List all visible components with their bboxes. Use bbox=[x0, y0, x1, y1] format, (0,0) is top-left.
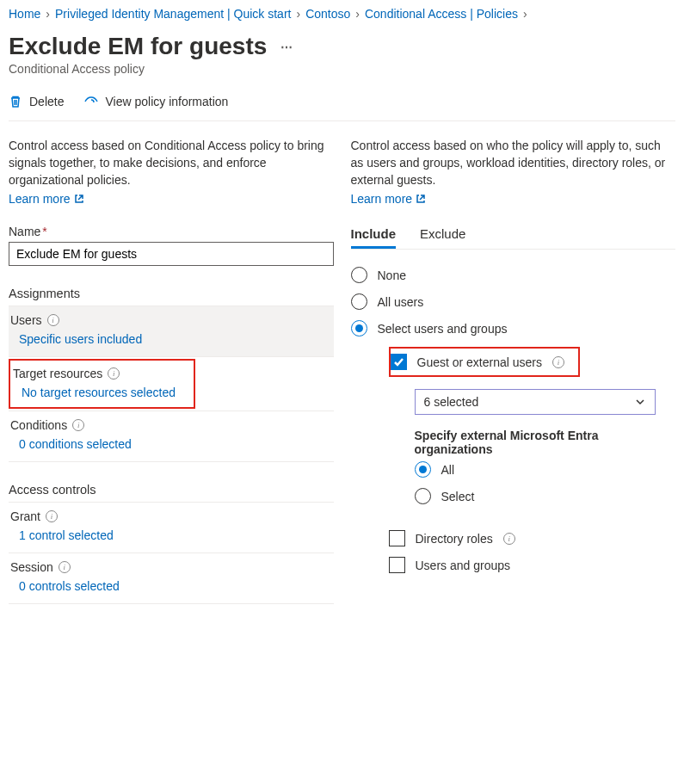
radio-label: None bbox=[378, 269, 406, 282]
info-icon[interactable]: i bbox=[59, 561, 71, 573]
select-users-subgroup: Guest or external users i 6 selected Spe… bbox=[389, 347, 676, 578]
name-input[interactable] bbox=[9, 242, 334, 266]
conditions-row[interactable]: Conditions i 0 conditions selected bbox=[9, 411, 334, 462]
users-label: Users i bbox=[10, 313, 332, 327]
name-label: Name* bbox=[9, 225, 334, 238]
trash-icon bbox=[9, 95, 22, 108]
radio-label: Select users and groups bbox=[378, 322, 508, 336]
radio-orgs-select[interactable]: Select bbox=[415, 483, 676, 509]
divider bbox=[351, 249, 676, 250]
checkbox-icon bbox=[389, 557, 405, 573]
info-icon[interactable]: i bbox=[552, 356, 564, 368]
access-controls-heading: Access controls bbox=[9, 483, 334, 503]
panel-description: Control access based on Conditional Acce… bbox=[9, 137, 334, 188]
page-subtitle: Conditional Access policy bbox=[9, 62, 675, 76]
radio-icon bbox=[415, 488, 431, 504]
include-exclude-tabs: Include Exclude bbox=[351, 226, 676, 249]
breadcrumb-item[interactable]: Contoso bbox=[305, 7, 350, 21]
users-value[interactable]: Specific users included bbox=[10, 327, 332, 349]
checkbox-icon bbox=[389, 530, 405, 546]
breadcrumb-item[interactable]: Home bbox=[9, 7, 40, 21]
grant-label: Grant i bbox=[10, 509, 332, 523]
page-title: Exclude EM for guests bbox=[9, 33, 267, 60]
radio-label: Select bbox=[441, 490, 475, 503]
checkbox-label: Directory roles bbox=[416, 532, 493, 546]
session-row[interactable]: Session i 0 controls selected bbox=[9, 553, 334, 604]
checkbox-label: Guest or external users bbox=[417, 355, 543, 369]
radio-icon bbox=[351, 320, 367, 336]
checkbox-directory-roles[interactable]: Directory roles i bbox=[389, 525, 676, 552]
required-indicator: * bbox=[42, 225, 46, 238]
radio-none[interactable]: None bbox=[351, 262, 676, 288]
checkbox-label: Users and groups bbox=[416, 559, 511, 572]
left-panel: Control access based on Conditional Acce… bbox=[9, 137, 334, 604]
radio-icon bbox=[415, 461, 431, 478]
external-link-icon bbox=[416, 194, 426, 204]
view-info-label: View policy information bbox=[105, 95, 228, 108]
eye-icon bbox=[84, 95, 98, 108]
command-bar: Delete View policy information bbox=[9, 95, 675, 121]
info-icon[interactable]: i bbox=[108, 367, 120, 380]
info-icon[interactable]: i bbox=[46, 510, 58, 522]
radio-icon bbox=[351, 267, 367, 283]
session-label: Session i bbox=[10, 560, 332, 574]
chevron-right-icon: › bbox=[296, 7, 300, 21]
target-resources-value[interactable]: No target resources selected bbox=[13, 380, 176, 403]
radio-label: All bbox=[441, 463, 455, 477]
breadcrumb-item[interactable]: Privileged Identity Management | Quick s… bbox=[55, 7, 291, 21]
info-icon[interactable]: i bbox=[47, 314, 59, 326]
chevron-right-icon: › bbox=[355, 7, 360, 21]
target-resources-row[interactable]: Target resources i No target resources s… bbox=[11, 361, 193, 406]
grant-value[interactable]: 1 control selected bbox=[10, 523, 332, 546]
select-value: 6 selected bbox=[424, 395, 479, 409]
learn-more-link[interactable]: Learn more bbox=[9, 192, 84, 206]
learn-more-label: Learn more bbox=[9, 192, 71, 206]
tab-include[interactable]: Include bbox=[351, 226, 397, 249]
conditions-value[interactable]: 0 conditions selected bbox=[10, 432, 332, 454]
user-scope-radio-group: None All users Select users and groups bbox=[351, 262, 676, 342]
guest-types-select[interactable]: 6 selected bbox=[415, 389, 656, 415]
tab-exclude[interactable]: Exclude bbox=[420, 226, 465, 249]
session-value[interactable]: 0 controls selected bbox=[10, 574, 332, 596]
radio-icon bbox=[351, 293, 367, 310]
chevron-right-icon: › bbox=[523, 7, 527, 21]
specify-orgs-heading: Specify external Microsoft Entra organiz… bbox=[415, 429, 676, 456]
checkbox-icon bbox=[391, 354, 407, 370]
radio-orgs-all[interactable]: All bbox=[415, 456, 676, 483]
info-icon[interactable]: i bbox=[72, 419, 84, 431]
checkbox-users-and-groups[interactable]: Users and groups bbox=[389, 552, 676, 578]
checkbox-guest-external[interactable]: Guest or external users i bbox=[391, 352, 565, 372]
radio-all-users[interactable]: All users bbox=[351, 288, 676, 315]
external-link-icon bbox=[74, 194, 84, 204]
view-policy-info-button[interactable]: View policy information bbox=[84, 95, 228, 108]
chevron-down-icon bbox=[634, 396, 646, 408]
assignments-heading: Assignments bbox=[9, 287, 334, 306]
learn-more-label: Learn more bbox=[351, 192, 413, 206]
delete-button[interactable]: Delete bbox=[9, 95, 64, 108]
radio-label: All users bbox=[378, 295, 424, 309]
learn-more-link[interactable]: Learn more bbox=[351, 192, 427, 206]
radio-select-users[interactable]: Select users and groups bbox=[351, 315, 676, 342]
breadcrumb-item[interactable]: Conditional Access | Policies bbox=[365, 7, 518, 21]
target-resources-label: Target resources i bbox=[13, 367, 176, 380]
panel-description: Control access based on who the policy w… bbox=[351, 137, 676, 188]
breadcrumb: Home › Privileged Identity Management | … bbox=[9, 7, 675, 21]
delete-label: Delete bbox=[29, 95, 64, 108]
right-panel: Control access based on who the policy w… bbox=[351, 137, 676, 604]
conditions-label: Conditions i bbox=[10, 418, 332, 432]
more-menu-button[interactable]: ⋯ bbox=[277, 37, 297, 58]
info-icon[interactable]: i bbox=[503, 533, 515, 545]
assignment-users-row[interactable]: Users i Specific users included bbox=[9, 306, 334, 357]
chevron-right-icon: › bbox=[46, 7, 50, 21]
grant-row[interactable]: Grant i 1 control selected bbox=[9, 503, 334, 553]
